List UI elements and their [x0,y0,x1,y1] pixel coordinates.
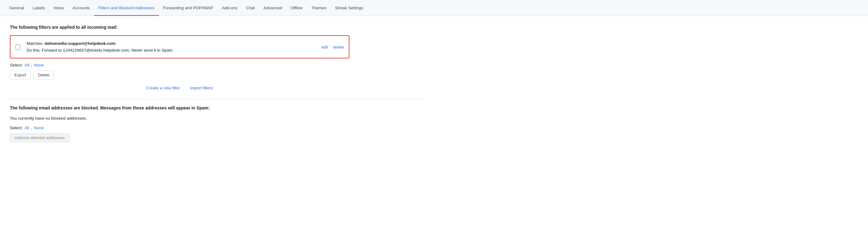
delete-button[interactable]: Delete [33,70,54,80]
filters-buttons-row: Export Delete [10,70,422,80]
blocked-select-label: Select: [10,125,23,130]
select-label: Select: [10,63,23,67]
filter-match-label: Matches: [27,41,45,46]
filters-heading: The following filters are applied to all… [10,25,422,30]
main-content: The following filters are applied to all… [0,16,432,157]
select-none-blocked[interactable]: None [34,125,44,130]
filter-links-row: Create a new filter Import filters [10,86,349,90]
tab-filters[interactable]: Filters and Blocked Addresses [94,0,159,16]
filter-match-line: Matches: deliveredto:support@helpdesk.co… [27,40,344,47]
tab-accounts[interactable]: Accounts [68,0,94,16]
filter-action-line: Do this: Forward to 1244229657@tickets.h… [27,47,344,54]
filter-item-box: Matches: deliveredto:support@helpdesk.co… [10,35,349,58]
filter-checkbox[interactable] [16,45,20,50]
filter-match-value: deliveredto:support@helpdesk.com [45,41,116,46]
unblock-button: Unblock selected addresses [10,133,69,142]
create-filter-link[interactable]: Create a new filter [146,86,180,90]
tab-streak[interactable]: Streak Settings [331,0,368,16]
section-divider [10,99,422,99]
blocked-heading: The following email addresses are blocke… [10,106,422,110]
import-filters-link[interactable]: Import filters [190,86,213,90]
filter-delete-link[interactable]: delete [333,45,344,49]
select-all-blocked[interactable]: All [24,125,29,130]
tab-inbox[interactable]: Inbox [50,0,68,16]
select-none-filters[interactable]: None [34,63,44,67]
export-button[interactable]: Export [10,70,31,80]
filter-actions: edit delete [322,45,344,49]
tab-labels[interactable]: Labels [28,0,50,16]
filter-text: Matches: deliveredto:support@helpdesk.co… [27,40,344,54]
settings-tabs: General Labels Inbox Accounts Filters an… [0,0,868,16]
no-blocked-text: You currently have no blocked addresses. [10,116,422,121]
unblock-buttons-row: Unblock selected addresses [10,133,422,142]
filters-select-row: Select: All, None [10,63,422,67]
blocked-select-row: Select: All, None [10,125,422,130]
tab-themes[interactable]: Themes [307,0,331,16]
tab-forwarding[interactable]: Forwarding and POP/IMAP [159,0,218,16]
tab-advanced[interactable]: Advanced [259,0,286,16]
tab-addons[interactable]: Add-ons [218,0,242,16]
filter-edit-link[interactable]: edit [322,45,328,49]
select-all-filters[interactable]: All [24,63,29,67]
tab-offline[interactable]: Offline [286,0,307,16]
blocked-section: The following email addresses are blocke… [10,106,422,142]
tab-chat[interactable]: Chat [242,0,259,16]
tab-general[interactable]: General [5,0,28,16]
